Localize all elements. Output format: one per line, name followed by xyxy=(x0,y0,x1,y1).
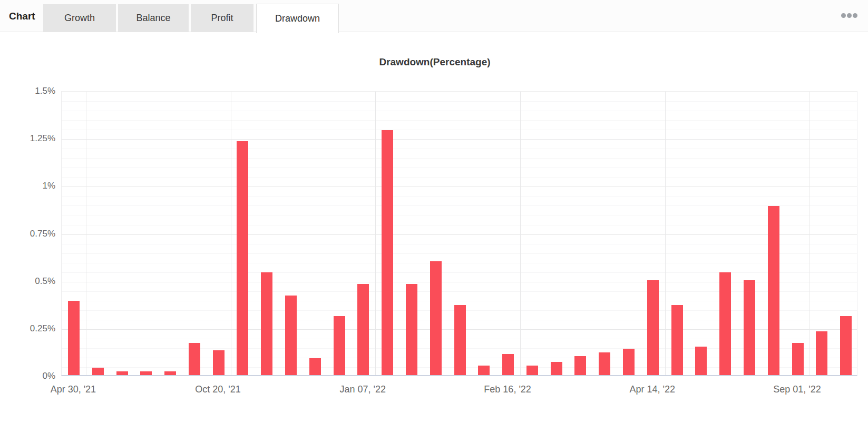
y-axis-tick-label: 0.25% xyxy=(8,323,55,334)
drawdown-bar[interactable] xyxy=(816,331,827,375)
more-options-button[interactable] xyxy=(836,9,857,21)
chart-section-label: Chart xyxy=(9,0,35,32)
ellipsis-icon xyxy=(853,13,857,18)
drawdown-bar[interactable] xyxy=(744,280,755,375)
drawdown-bar[interactable] xyxy=(406,284,417,375)
drawdown-bar[interactable] xyxy=(695,347,707,375)
drawdown-bar[interactable] xyxy=(164,371,176,375)
drawdown-bar[interactable] xyxy=(68,301,80,375)
vertical-gridline xyxy=(86,92,86,375)
major-gridline xyxy=(62,139,857,140)
major-gridline xyxy=(62,282,857,282)
y-axis-tick-label: 1% xyxy=(8,181,55,191)
drawdown-bar[interactable] xyxy=(454,305,466,375)
y-axis-tick-label: 0% xyxy=(8,371,55,381)
drawdown-bar[interactable] xyxy=(792,343,804,375)
minor-gridline xyxy=(62,263,857,263)
ellipsis-icon xyxy=(847,13,852,18)
drawdown-bar[interactable] xyxy=(430,261,442,375)
y-axis-tick-label: 0.5% xyxy=(8,276,55,287)
x-axis-tick-label: Apr 14, '22 xyxy=(616,384,689,395)
vertical-gridline xyxy=(810,92,810,375)
ellipsis-icon xyxy=(841,13,846,18)
tab-balance[interactable]: Balance xyxy=(118,4,189,32)
drawdown-bar[interactable] xyxy=(140,371,152,375)
minor-gridline xyxy=(62,111,857,111)
drawdown-chart-plot-area xyxy=(61,91,857,376)
drawdown-bar[interactable] xyxy=(478,366,490,375)
minor-gridline xyxy=(62,130,857,130)
minor-gridline xyxy=(62,158,857,159)
drawdown-bar[interactable] xyxy=(334,316,345,375)
tab-drawdown-label: Drawdown xyxy=(275,13,320,24)
x-axis-tick-label: Jan 07, '22 xyxy=(326,384,399,395)
drawdown-bar[interactable] xyxy=(719,272,731,375)
tab-drawdown[interactable]: Drawdown xyxy=(256,4,339,33)
major-gridline xyxy=(62,234,857,235)
drawdown-bar[interactable] xyxy=(285,296,297,376)
x-axis-tick-label: Oct 20, '21 xyxy=(181,384,255,395)
drawdown-bar[interactable] xyxy=(526,366,538,375)
minor-gridline xyxy=(62,225,857,225)
vertical-gridline xyxy=(665,92,666,375)
tab-growth[interactable]: Growth xyxy=(43,4,116,32)
drawdown-bar[interactable] xyxy=(237,141,248,375)
y-axis-tick-label: 1.25% xyxy=(8,133,55,144)
minor-gridline xyxy=(62,301,857,301)
minor-gridline xyxy=(62,196,857,196)
drawdown-bar[interactable] xyxy=(502,354,514,375)
drawdown-bar[interactable] xyxy=(840,316,852,375)
tab-profit[interactable]: Profit xyxy=(191,4,253,32)
minor-gridline xyxy=(62,291,857,292)
drawdown-bar[interactable] xyxy=(623,349,635,376)
x-axis-tick-label: Feb 16, '22 xyxy=(471,384,544,395)
tab-balance-label: Balance xyxy=(136,13,170,24)
x-axis-tick-label: Apr 30, '21 xyxy=(36,384,110,395)
drawdown-bar[interactable] xyxy=(92,368,104,375)
drawdown-bar[interactable] xyxy=(116,371,128,375)
drawdown-bar[interactable] xyxy=(213,350,225,375)
drawdown-bar[interactable] xyxy=(382,130,393,375)
x-axis-tick-label: Sep 01, '22 xyxy=(760,384,834,395)
drawdown-bar[interactable] xyxy=(599,352,610,375)
drawdown-bar[interactable] xyxy=(261,272,272,375)
tab-growth-label: Growth xyxy=(64,13,95,24)
major-gridline xyxy=(62,186,857,187)
minor-gridline xyxy=(62,215,857,215)
drawdown-bar[interactable] xyxy=(671,305,683,375)
y-axis-tick-label: 0.75% xyxy=(8,229,55,239)
minor-gridline xyxy=(62,244,857,244)
chart-title: Drawdown(Percentage) xyxy=(13,56,856,68)
drawdown-bar[interactable] xyxy=(357,284,369,375)
drawdown-bar[interactable] xyxy=(647,280,659,375)
vertical-gridline xyxy=(520,92,521,375)
drawdown-bar[interactable] xyxy=(189,343,200,375)
tab-profit-label: Profit xyxy=(211,13,233,24)
minor-gridline xyxy=(62,168,857,168)
drawdown-bar[interactable] xyxy=(551,362,562,375)
tab-bar: Chart Growth Balance Profit Drawdown xyxy=(0,0,868,32)
drawdown-bar[interactable] xyxy=(309,358,321,376)
minor-gridline xyxy=(62,177,857,178)
vertical-gridline xyxy=(375,92,376,375)
drawdown-bar[interactable] xyxy=(768,206,779,375)
drawdown-bar[interactable] xyxy=(574,356,586,375)
minor-gridline xyxy=(62,272,857,273)
minor-gridline xyxy=(62,120,857,121)
vertical-gridline xyxy=(231,92,231,375)
minor-gridline xyxy=(62,205,857,206)
minor-gridline xyxy=(62,149,857,149)
minor-gridline xyxy=(62,253,857,254)
minor-gridline xyxy=(62,101,857,102)
y-axis-tick-label: 1.5% xyxy=(8,86,55,96)
